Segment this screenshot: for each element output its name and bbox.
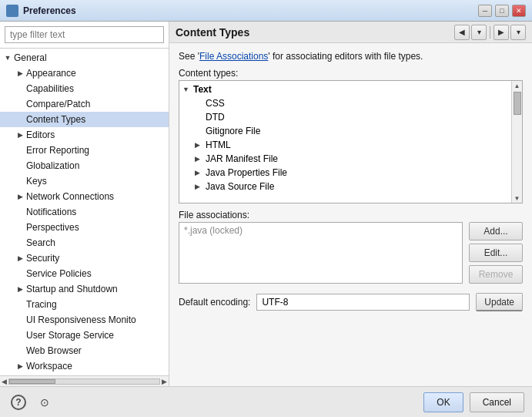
expand-icon: ▶ [195, 183, 204, 190]
tree-item-user-storage[interactable]: User Storage Service [0, 328, 169, 343]
tree-item-ui-responsiveness[interactable]: UI Responsiveness Monito [0, 312, 169, 328]
ct-item-text[interactable]: ▼ Text [179, 82, 511, 96]
tree-item-startup-shutdown[interactable]: ▶ Startup and Shutdown [0, 281, 169, 297]
expand-icon: ▼ [3, 53, 12, 62]
toolbar-separator [490, 26, 490, 39]
ct-item-dtd[interactable]: DTD [179, 110, 511, 124]
encoding-input[interactable] [256, 294, 470, 311]
minimize-button[interactable]: ─ [478, 5, 492, 17]
title-controls: ─ □ ✕ [478, 5, 526, 17]
tree-item-service-policies[interactable]: Service Policies [0, 266, 169, 281]
fa-item[interactable]: *.java (locked) [182, 224, 459, 237]
expand-icon: ▶ [15, 130, 25, 140]
expand-icon: ▶ [15, 254, 25, 263]
panel-title: Content Types [176, 26, 249, 39]
ct-label: DTD [206, 112, 225, 123]
tree-label: Globalization [26, 160, 79, 171]
tree-item-content-types[interactable]: Content Types [0, 112, 169, 127]
encoding-label: Default encoding: [179, 297, 250, 308]
spacer [15, 300, 25, 309]
tree-item-web-browser[interactable]: Web Browser [0, 343, 169, 358]
cancel-button[interactable]: Cancel [470, 392, 524, 412]
tree-label: Capabilities [26, 83, 74, 94]
fa-buttons: Add... Edit... Remove [469, 222, 523, 284]
scroll-up[interactable]: ▲ [513, 81, 522, 90]
preferences-icon [6, 5, 18, 17]
title-bar-left: Preferences [6, 5, 76, 17]
content-types-label: Content types: [179, 68, 523, 79]
search-input[interactable] [5, 26, 164, 43]
restore-defaults-button[interactable]: ⊙ [34, 392, 55, 413]
remove-button[interactable]: Remove [469, 265, 523, 284]
tree-item-error-reporting[interactable]: Error Reporting [0, 143, 169, 158]
scroll-down[interactable]: ▼ [513, 193, 522, 203]
tree-item-general[interactable]: ▼ General [0, 50, 169, 66]
tree-item-compare-patch[interactable]: Compare/Patch [0, 96, 169, 112]
tree-item-tracing[interactable]: Tracing [0, 297, 169, 312]
tree-item-keys[interactable]: Keys [0, 173, 169, 189]
tree-item-workspace[interactable]: ▶ Workspace [0, 358, 169, 374]
maximize-button[interactable]: □ [495, 5, 509, 17]
tree-label: Keys [26, 176, 47, 187]
ct-label: JAR Manifest File [206, 153, 278, 164]
filter-box [0, 22, 169, 49]
close-button[interactable]: ✕ [512, 5, 526, 17]
tree-item-network-connections[interactable]: ▶ Network Connections [0, 189, 169, 204]
bottom-left: ? ⊙ [8, 392, 55, 413]
tree-item-notifications[interactable]: Notifications [0, 204, 169, 220]
tree-label: Tracing [26, 299, 57, 310]
ct-label: CSS [206, 98, 225, 109]
content-types-tree: ▼ Text CSS DTD Git [179, 81, 511, 203]
ct-item-java-properties[interactable]: ▶ Java Properties File [179, 166, 511, 180]
add-button[interactable]: Add... [469, 222, 523, 240]
back-button[interactable]: ◀ [454, 25, 470, 40]
tree-label: Workspace [26, 361, 72, 372]
ct-label: HTML [206, 140, 231, 150]
expand-icon: ▶ [15, 284, 25, 294]
help-icon: ? [11, 395, 26, 410]
tree-item-appearance[interactable]: ▶ Appearance [0, 66, 169, 81]
tree-item-search[interactable]: Search [0, 235, 169, 251]
ct-scrollbar[interactable]: ▲ ▼ [511, 81, 522, 203]
h-scroll-handle[interactable] [9, 379, 55, 384]
update-button[interactable]: Update [476, 293, 523, 311]
tree-item-security[interactable]: ▶ Security [0, 251, 169, 266]
spacer [15, 161, 25, 170]
spacer [15, 115, 25, 124]
forward-button[interactable]: ▶ [494, 25, 509, 40]
right-toolbar: Content Types ◀ ▾ ▶ ▾ [169, 22, 532, 43]
back-dropdown-button[interactable]: ▾ [471, 25, 487, 40]
ct-item-java-source[interactable]: ▶ Java Source File [179, 180, 511, 193]
scroll-thumb[interactable] [514, 92, 521, 115]
edit-button[interactable]: Edit... [469, 244, 523, 262]
scroll-left[interactable]: ◀ [2, 378, 7, 385]
tree-label: Compare/Patch [26, 99, 90, 109]
spacer [15, 207, 25, 217]
ok-button[interactable]: OK [423, 392, 463, 412]
h-scroll-thumb[interactable] [8, 378, 160, 385]
file-assoc-section: File associations: *.java (locked) Add..… [179, 210, 523, 284]
tree-label: Perspectives [26, 222, 79, 233]
tree-label: UI Responsiveness Monito [26, 314, 136, 325]
forward-dropdown-button[interactable]: ▾ [510, 25, 526, 40]
spacer [15, 84, 25, 93]
ct-item-jar-manifest[interactable]: ▶ JAR Manifest File [179, 152, 511, 166]
tree-label: Notifications [26, 207, 76, 217]
tree-item-editors[interactable]: ▶ Editors [0, 127, 169, 143]
h-scrollbar[interactable]: ◀ ▶ [0, 375, 169, 386]
tree-item-perspectives[interactable]: Perspectives [0, 220, 169, 235]
tree-item-capabilities[interactable]: Capabilities [0, 81, 169, 96]
file-associations-link[interactable]: File Associations [199, 51, 268, 62]
tree-item-globalization[interactable]: Globalization [0, 158, 169, 173]
spacer [195, 126, 204, 136]
spacer [15, 346, 25, 355]
encoding-row: Default encoding: Update [179, 293, 523, 311]
scroll-right[interactable]: ▶ [162, 378, 167, 385]
help-button[interactable]: ? [8, 392, 29, 413]
ct-item-html[interactable]: ▶ HTML [179, 138, 511, 152]
ct-item-gitignore[interactable]: Gitignore File [179, 124, 511, 138]
main-container: ▼ General ▶ Appearance Capabilities Comp… [0, 22, 532, 386]
ct-item-css[interactable]: CSS [179, 96, 511, 110]
spacer [15, 238, 25, 247]
tree-label: Editors [26, 129, 55, 140]
